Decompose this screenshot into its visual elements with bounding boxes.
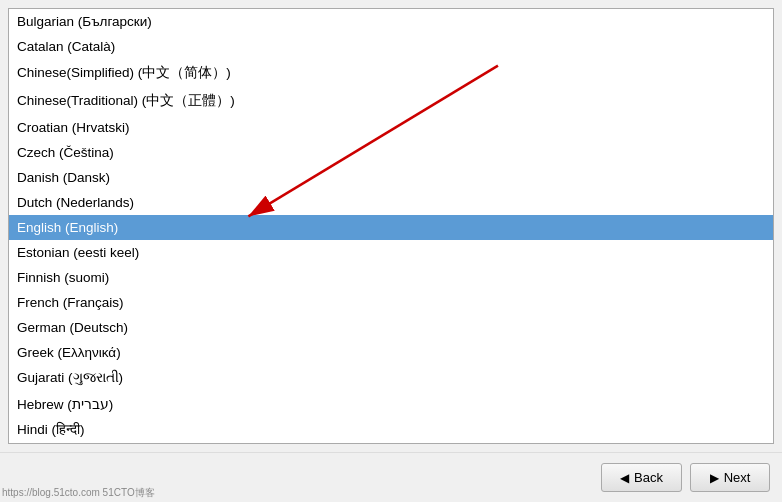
list-item[interactable]: English (English) <box>9 215 773 240</box>
back-label: Back <box>634 470 663 485</box>
list-item[interactable]: French (Français) <box>9 290 773 315</box>
list-item[interactable]: Bulgarian (Български) <box>9 9 773 34</box>
back-icon: ◀ <box>620 471 629 485</box>
language-list-container: Bulgarian (Български)Catalan (Català)Chi… <box>8 8 774 444</box>
list-item[interactable]: Catalan (Català) <box>9 34 773 59</box>
list-item[interactable]: Chinese(Simplified) (中文（简体）) <box>9 59 773 87</box>
list-item[interactable]: Hebrew (עברית) <box>9 391 773 417</box>
list-item[interactable]: Croatian (Hrvatski) <box>9 115 773 140</box>
list-item[interactable]: Danish (Dansk) <box>9 165 773 190</box>
back-button[interactable]: ◀ Back <box>601 463 682 492</box>
list-item[interactable]: Dutch (Nederlands) <box>9 190 773 215</box>
list-item[interactable]: Hindi (हिन्दी) <box>9 417 773 443</box>
list-item[interactable]: Estonian (eesti keel) <box>9 240 773 265</box>
bottom-bar: ◀ Back ▶ Next <box>0 452 782 502</box>
list-item[interactable]: German (Deutsch) <box>9 315 773 340</box>
next-label: Next <box>724 470 751 485</box>
list-item[interactable]: Finnish (suomi) <box>9 265 773 290</box>
next-icon: ▶ <box>710 471 719 485</box>
list-item[interactable]: Czech (Čeština) <box>9 140 773 165</box>
main-container: Bulgarian (Български)Catalan (Català)Chi… <box>0 0 782 452</box>
list-item[interactable]: Greek (Ελληνικά) <box>9 340 773 365</box>
next-button[interactable]: ▶ Next <box>690 463 770 492</box>
language-list-scroll[interactable]: Bulgarian (Български)Catalan (Català)Chi… <box>9 9 773 443</box>
list-item[interactable]: Chinese(Traditional) (中文（正體）) <box>9 87 773 115</box>
list-item[interactable]: Gujarati (ગુજરાતી) <box>9 365 773 391</box>
